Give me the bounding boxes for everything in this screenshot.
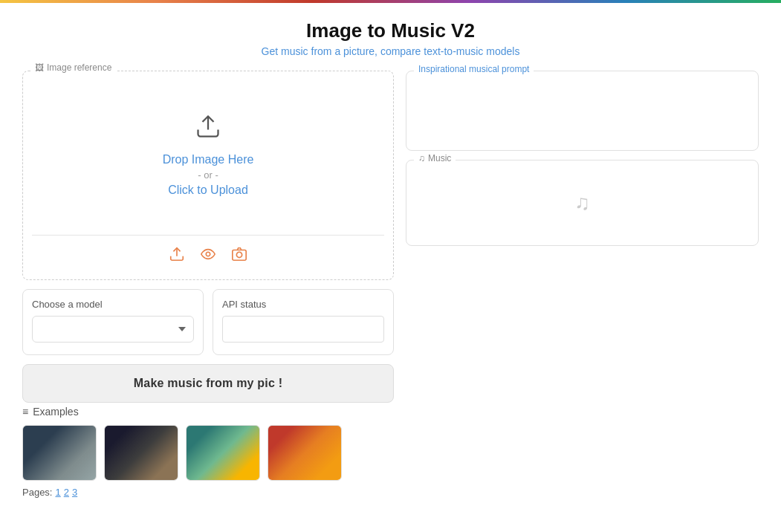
examples-header: ≡ Examples bbox=[22, 406, 759, 418]
hamburger-icon: ≡ bbox=[22, 406, 28, 418]
example-image-2[interactable] bbox=[104, 425, 178, 481]
music-label: ♫ Music bbox=[414, 153, 456, 163]
pages-row: Pages: 1 2 3 bbox=[22, 487, 759, 498]
model-api-row: Choose a model API status bbox=[22, 289, 394, 355]
inspirational-label: Inspirational musical prompt bbox=[414, 64, 534, 74]
image-reference-box: 🖼 Image reference Drop Image Here - or -… bbox=[22, 71, 394, 280]
upload-action-icon[interactable] bbox=[169, 246, 185, 266]
example-img-placeholder-1 bbox=[23, 426, 96, 480]
inspirational-textarea[interactable] bbox=[415, 86, 749, 138]
music-content: ♫ bbox=[415, 169, 749, 236]
eye-action-icon[interactable] bbox=[200, 246, 216, 266]
upload-area[interactable]: Drop Image Here - or - Click to Upload bbox=[32, 80, 384, 229]
svg-point-2 bbox=[206, 252, 210, 256]
main-content: 🖼 Image reference Drop Image Here - or -… bbox=[0, 71, 781, 403]
upload-actions bbox=[32, 241, 384, 270]
page-link-1[interactable]: 1 bbox=[55, 487, 60, 498]
example-image-3[interactable] bbox=[186, 425, 260, 481]
examples-grid bbox=[22, 425, 759, 481]
music-note-icon: ♫ bbox=[418, 153, 425, 163]
drop-text: Drop Image Here bbox=[163, 153, 254, 166]
inspirational-box: Inspirational musical prompt bbox=[406, 71, 759, 151]
click-upload-text[interactable]: Click to Upload bbox=[168, 184, 248, 197]
model-select[interactable] bbox=[32, 316, 194, 343]
example-image-4[interactable] bbox=[268, 425, 342, 481]
page-subtitle: Get music from a picture, compare text-t… bbox=[0, 45, 781, 57]
page-header: Image to Music V2 Get music from a pictu… bbox=[0, 3, 781, 63]
example-img-placeholder-2 bbox=[105, 426, 178, 480]
image-icon: 🖼 bbox=[35, 62, 44, 73]
api-label: API status bbox=[222, 299, 384, 310]
image-reference-label: 🖼 Image reference bbox=[30, 62, 116, 73]
example-img-placeholder-4 bbox=[268, 426, 341, 480]
or-text: - or - bbox=[198, 169, 218, 181]
page-link-2[interactable]: 2 bbox=[64, 487, 69, 498]
examples-section: ≡ Examples Pages: 1 2 3 bbox=[0, 406, 781, 498]
model-label: Choose a model bbox=[32, 299, 194, 310]
left-panel: 🖼 Image reference Drop Image Here - or -… bbox=[22, 71, 394, 403]
pages-label: Pages: bbox=[22, 487, 52, 498]
make-music-button[interactable]: Make music from my pic ! bbox=[22, 364, 394, 403]
page-link-3[interactable]: 3 bbox=[72, 487, 77, 498]
right-panel: Inspirational musical prompt ♫ Music ♫ bbox=[406, 71, 759, 403]
camera-action-icon[interactable] bbox=[231, 246, 247, 266]
upload-arrow-icon bbox=[195, 113, 221, 146]
music-placeholder-icon: ♫ bbox=[574, 191, 590, 215]
music-box: ♫ Music ♫ bbox=[406, 160, 759, 246]
model-box: Choose a model bbox=[22, 289, 204, 355]
api-textarea[interactable] bbox=[222, 316, 384, 343]
example-img-placeholder-3 bbox=[187, 426, 259, 480]
svg-point-4 bbox=[236, 252, 242, 257]
api-box: API status bbox=[213, 289, 394, 355]
page-title: Image to Music V2 bbox=[0, 19, 781, 42]
upload-divider bbox=[32, 235, 384, 236]
example-image-1[interactable] bbox=[22, 425, 97, 481]
